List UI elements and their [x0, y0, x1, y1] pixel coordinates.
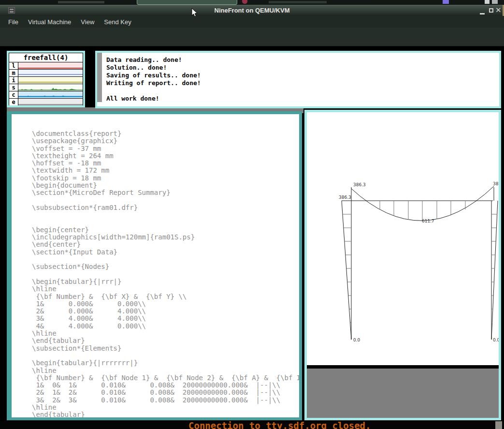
scrollbar[interactable]: [97, 53, 102, 106]
host-taskbar: [0, 0, 504, 5]
console-window[interactable]: Data reading.. done!Solution.. done!Savi…: [95, 51, 501, 108]
window-titlebar[interactable]: NineFront on QEMU/KVM ✕: [0, 5, 504, 16]
stats-graph: [18, 84, 83, 91]
code-line: [32, 219, 299, 226]
code-line: \subsubsection*{ram01.dfr}: [32, 204, 299, 211]
latex-editor-window[interactable]: \documentclass{report}\usepackage{graphi…: [7, 111, 302, 420]
frame-moment-diagram: 386.3 386.3 386.3 611.7 0.0 0.0: [307, 112, 499, 365]
code-line: \hline: [32, 285, 299, 293]
vm-display[interactable]: freefall(4) lmisce Data reading.. done!S…: [0, 46, 504, 429]
code-line: \textheight = 264 mm: [32, 152, 299, 160]
code-line: \section*{Input Data}: [32, 249, 299, 256]
code-area: \documentclass{report}\usepackage{graphi…: [12, 114, 299, 419]
notification-dot-icon: [242, 0, 247, 4]
code-line: 3& 2& 3& 0.010& 0.008& 20000000000.000& …: [32, 397, 299, 404]
code-line: \end{tabular}: [32, 411, 299, 418]
code-line: 1& 0& 1& 0.010& 0.008& 20000000000.000& …: [32, 382, 299, 389]
stats-graph: [18, 70, 83, 76]
stats-row-label: i: [9, 77, 18, 84]
code-line: [32, 211, 299, 219]
menubar: File Virtual Machine View Send Key: [0, 16, 504, 28]
stats-row-label: s: [9, 84, 18, 91]
code-line: \hline: [32, 330, 299, 337]
screen: { "theme": { "window_border_cyan": "#a5e…: [0, 0, 504, 429]
window-title: NineFront on QEMU/KVM: [0, 7, 504, 14]
plot-backing: [307, 369, 499, 418]
stats-row-e: e: [9, 98, 83, 105]
code-line: \documentclass{report}: [32, 130, 299, 137]
background-terminal: Connection to tty.sdf.org closed.: [0, 421, 504, 429]
stats-row-l: l: [9, 62, 83, 69]
moment-label: 386.3: [353, 182, 366, 187]
console-line: Data reading.. done!: [106, 56, 201, 64]
minimize-button[interactable]: [480, 13, 485, 15]
code-line: [32, 256, 299, 263]
code-line: \textwidth = 172 mm: [32, 167, 299, 174]
code-line: \section*{MicroDef Report Summary}: [32, 189, 299, 196]
stats-row-c: c: [9, 91, 83, 98]
stats-row-label: e: [9, 99, 18, 105]
code-line: \end{center}: [32, 241, 299, 248]
code-line: \voffset = -37 mm: [32, 145, 299, 152]
stats-graph: [18, 91, 83, 98]
code-line: 2& 0.000& 4.000\\: [32, 308, 299, 315]
console-line: Writing of report.. done!: [106, 79, 201, 87]
moment-diagram-canvas: 386.3 386.3 386.3 611.7 0.0 0.0: [307, 112, 499, 365]
scrollbar-thumb[interactable]: [97, 53, 102, 102]
moment-label: 611.7: [422, 219, 434, 223]
moment-label: 386.3: [339, 195, 351, 200]
menu-virtual-machine[interactable]: Virtual Machine: [23, 17, 76, 27]
stats-graph: [18, 77, 83, 84]
terminal-message: Connection to tty.sdf.org closed.: [188, 421, 371, 429]
taskbar-item: [269, 1, 327, 3]
stats-rows: lmisce: [9, 62, 83, 105]
stats-row-i: i: [9, 76, 83, 84]
maximize-button[interactable]: [489, 8, 493, 13]
code-line: 3& 4.000& 4.000\\: [32, 315, 299, 322]
code-line: 4& 4.000& 0.000\\: [32, 323, 299, 330]
stats-row-s: s: [9, 84, 83, 91]
stats-row-label: m: [9, 70, 18, 76]
stats-row-label: c: [9, 91, 18, 98]
code-line: [32, 271, 299, 278]
stats-window-title: freefall(4): [9, 53, 83, 62]
stats-row-label: l: [9, 62, 18, 69]
code-line: \begin{tabular}{|rrr|}: [32, 278, 299, 285]
code-line: [32, 197, 299, 204]
code-line: \footskip = 18 mm: [32, 175, 299, 182]
code-line: {\bf Number} & {\bf X} & {\bf Y} \\: [32, 293, 299, 300]
stats-window[interactable]: freefall(4) lmisce: [7, 51, 85, 107]
close-button[interactable]: ✕: [495, 6, 502, 15]
code-line: \end{tabular}: [32, 337, 299, 344]
menu-send-key[interactable]: Send Key: [99, 17, 136, 27]
toolbar: [0, 28, 504, 46]
code-line: {\bf Number} & {\bf Node 1} & {\bf Node …: [32, 374, 299, 382]
menu-file[interactable]: File: [3, 17, 23, 27]
stats-graph: [18, 62, 83, 69]
console-output: Data reading.. done!Solution.. done!Savi…: [102, 53, 201, 106]
code-line: \hline: [32, 367, 299, 374]
moment-label: 0.0: [493, 338, 499, 342]
desktop-corner: [495, 421, 502, 429]
console-line: Solution.. done!: [106, 64, 201, 72]
code-line: \begin{center}: [32, 226, 299, 234]
moment-label: 386.3: [493, 181, 499, 186]
plot-divider: [307, 365, 499, 369]
code-line: \begin{tabular}{|rrrrrrr|}: [32, 359, 299, 367]
code-line: \includegraphics[width=120mm]{ram01S.ps}: [32, 234, 299, 241]
code-line: \hoffset = -18 mm: [32, 160, 299, 167]
active-taskbar-tab[interactable]: [137, 0, 237, 5]
code-line: 1& 0.000& 0.000\\: [32, 300, 299, 308]
code-line: \hline: [32, 404, 299, 411]
menu-view[interactable]: View: [76, 17, 99, 27]
stats-graph: [18, 99, 83, 105]
code-line: 2& 1& 2& 0.010& 0.008& 20000000000.000& …: [32, 389, 299, 396]
console-line: All work done!: [106, 95, 201, 103]
taskbar-icon: [492, 0, 498, 4]
code-line: [32, 352, 299, 359]
plot-window[interactable]: 386.3 386.3 386.3 611.7 0.0 0.0: [304, 110, 501, 420]
code-line: \subsection*{Elements}: [32, 345, 299, 352]
code-line: \begin{document}: [32, 182, 299, 189]
code-line: \usepackage{graphicx}: [32, 137, 299, 145]
code-line: \subsection*{Nodes}: [32, 263, 299, 270]
